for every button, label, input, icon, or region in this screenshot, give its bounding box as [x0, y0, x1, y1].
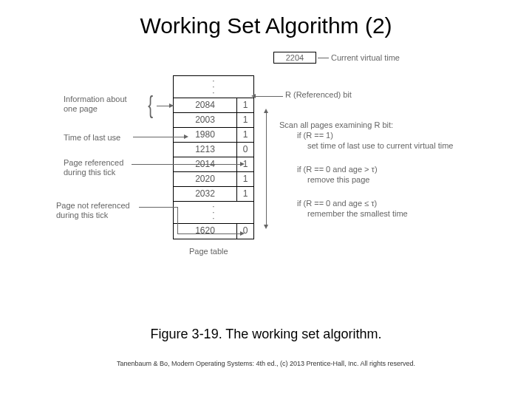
cell-r: 1 — [237, 187, 253, 201]
copyright-footer: Tanenbaum & Bo, Modern Operating Systems… — [0, 360, 532, 367]
page-table-caption: Page table — [189, 247, 228, 256]
diagram-area: 2204 Current virtual time ··· 2084 1 200… — [0, 47, 532, 321]
cell-time: 2020 — [174, 172, 237, 186]
current-virtual-time-label: Current virtual time — [331, 53, 400, 62]
arrowhead-right-icon — [240, 231, 245, 236]
table-row: 1213 0 — [174, 143, 253, 157]
pointer-line-vert — [177, 207, 178, 233]
cell-r: 1 — [237, 128, 253, 142]
page-table: ··· 2084 1 2003 1 1980 1 1213 0 2014 1 2… — [173, 75, 254, 239]
scan-arrow-line — [266, 112, 267, 225]
table-row: 2032 1 — [174, 187, 253, 202]
table-row: 2003 1 — [174, 113, 253, 128]
current-virtual-time-box: 2204 — [273, 52, 316, 64]
label-page-not-referenced: Page not referenced during this tick — [56, 201, 130, 220]
cell-time: 2084 — [174, 98, 237, 112]
brace-icon: { — [148, 90, 153, 119]
current-time-arrow — [318, 58, 329, 58]
arrowhead-right-icon — [169, 103, 174, 108]
r-bit-arrow — [255, 96, 283, 97]
cell-r: 0 — [237, 143, 253, 157]
pointer-line-seg2 — [177, 233, 242, 234]
cell-time: 2003 — [174, 113, 237, 127]
scan-header: Scan all pages examining R bit: — [279, 120, 393, 130]
cell-time: 1620 — [174, 224, 237, 239]
arrowhead-right-icon — [240, 162, 245, 166]
label-time-last-use: Time of last use — [64, 133, 120, 143]
label-r-bit: R (Referenced) bit — [285, 90, 352, 99]
pointer-line — [133, 137, 186, 137]
label-info-one-page: Information about one page — [64, 95, 127, 114]
table-gap-top: ··· — [174, 76, 253, 98]
cond3-action: remember the smallest time — [307, 208, 408, 219]
arrowhead-down-icon — [264, 225, 268, 229]
cond2-action: remove this page — [307, 174, 369, 185]
arrowhead-up-icon — [264, 109, 268, 113]
cond3-if: if (R == 0 and age ≤ τ) — [297, 198, 377, 208]
cell-r: 1 — [237, 172, 253, 186]
cond1-if: if (R == 1) — [297, 130, 333, 140]
cond2-if: if (R == 0 and age > τ) — [297, 164, 378, 174]
table-gap-mid: ··· — [174, 202, 253, 224]
cell-r: 1 — [237, 113, 253, 127]
arrowhead-left-icon — [251, 94, 256, 98]
cell-time: 1980 — [174, 128, 237, 142]
figure-caption: Figure 3-19. The working set algorithm. — [0, 327, 532, 342]
cell-time: 1213 — [174, 143, 237, 157]
slide-title: Working Set Algorithm (2) — [0, 0, 532, 38]
pointer-line-seg1 — [139, 207, 177, 208]
cell-r: 1 — [237, 98, 253, 112]
table-row: 2084 1 — [174, 98, 253, 113]
table-row: 2020 1 — [174, 172, 253, 187]
cell-time: 2032 — [174, 187, 237, 201]
cond1-action: set time of last use to current virtual … — [307, 140, 453, 151]
pointer-line — [132, 164, 242, 165]
label-page-referenced: Page referenced during this tick — [64, 158, 123, 177]
arrowhead-right-icon — [184, 134, 188, 139]
